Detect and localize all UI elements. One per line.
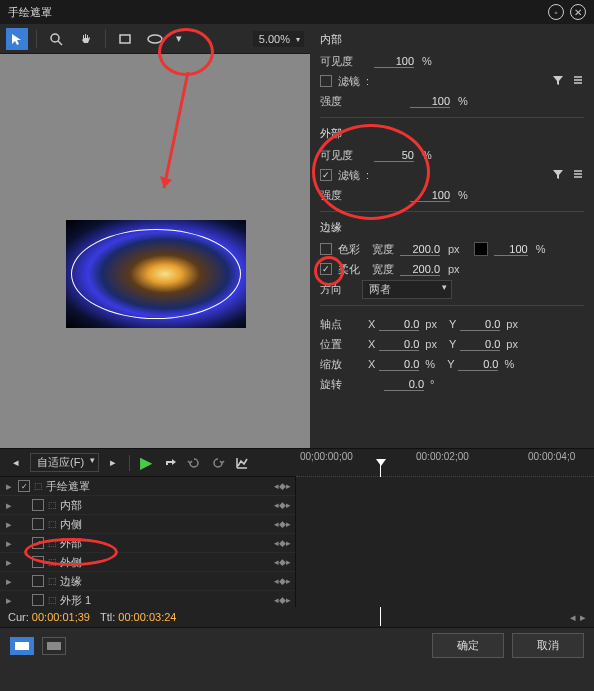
help-button[interactable]: ◦ [548, 4, 564, 20]
add-key[interactable]: ◆ [279, 595, 286, 605]
scale-y-input[interactable] [458, 358, 498, 371]
edge-color-swatch[interactable] [474, 242, 488, 256]
colon: : [366, 169, 369, 181]
rotation-input[interactable] [384, 378, 424, 391]
edge-color-width-input[interactable] [400, 243, 440, 256]
play-button[interactable]: ▶ [136, 453, 156, 473]
zoom-tool[interactable] [45, 28, 67, 50]
link-icon[interactable]: ⬚ [48, 557, 60, 567]
track-check[interactable] [18, 480, 30, 492]
next-frame-button[interactable]: ▸ [103, 453, 123, 473]
track-row[interactable]: ▸⬚内部◂◆▸ [0, 496, 295, 515]
track-check[interactable] [32, 556, 44, 568]
next-key[interactable]: ▸ [286, 519, 291, 529]
close-button[interactable]: ✕ [570, 4, 586, 20]
next-key[interactable]: ▸ [286, 538, 291, 548]
link-icon[interactable]: ⬚ [34, 481, 46, 491]
add-key[interactable]: ◆ [279, 576, 286, 586]
tool-dropdown[interactable]: ▾ [174, 28, 184, 50]
graph-button[interactable] [232, 453, 252, 473]
cancel-button[interactable]: 取消 [512, 633, 584, 658]
expand-icon[interactable]: ▸ [4, 594, 14, 607]
zoom-select[interactable]: 5.00%▾ [253, 31, 304, 47]
hand-tool[interactable] [75, 28, 97, 50]
ok-button[interactable]: 确定 [432, 633, 504, 658]
expand-icon[interactable]: ▸ [4, 480, 14, 493]
prev-frame-button[interactable]: ◂ [6, 453, 26, 473]
expand-icon[interactable]: ▸ [4, 537, 14, 550]
track-row[interactable]: ▸⬚外侧◂◆▸ [0, 553, 295, 572]
add-key[interactable]: ◆ [279, 500, 286, 510]
edge-soften-width-input[interactable] [400, 263, 440, 276]
track-area[interactable] [296, 477, 594, 607]
add-key[interactable]: ◆ [279, 538, 286, 548]
add-key[interactable]: ◆ [279, 557, 286, 567]
timeline-ruler[interactable]: 00;00:00;00 00:00:02;00 00:00:04;0 [296, 449, 594, 477]
track-row[interactable]: ▸⬚外形 1◂◆▸ [0, 591, 295, 607]
expand-icon[interactable]: ▸ [4, 518, 14, 531]
preview-canvas[interactable] [0, 54, 310, 448]
link-icon[interactable]: ⬚ [48, 519, 60, 529]
pos-y-input[interactable] [460, 338, 500, 351]
fit-select[interactable]: 自适应(F) [30, 453, 99, 472]
next-key[interactable]: ▸ [286, 595, 291, 605]
window-title: 手绘遮罩 [8, 5, 52, 20]
track-check[interactable] [32, 594, 44, 606]
expand-icon[interactable]: ▸ [4, 575, 14, 588]
outer-visibility-input[interactable] [374, 149, 414, 162]
pos-x-input[interactable] [379, 338, 419, 351]
list-icon[interactable] [572, 168, 584, 182]
link-icon[interactable]: ⬚ [48, 500, 60, 510]
expand-icon[interactable]: ▸ [4, 499, 14, 512]
edge-color-check[interactable] [320, 243, 332, 255]
scroll-left[interactable]: ◂ [570, 611, 576, 624]
track-check[interactable] [32, 518, 44, 530]
loop-button[interactable] [160, 453, 180, 473]
outer-strength-input[interactable] [410, 189, 450, 202]
scale-x-input[interactable] [379, 358, 419, 371]
pivot-x-input[interactable] [379, 318, 419, 331]
undo-button[interactable] [184, 453, 204, 473]
track-row[interactable]: ▸⬚边缘◂◆▸ [0, 572, 295, 591]
unit-px: px [448, 263, 460, 275]
filter-icon[interactable] [552, 168, 564, 182]
rect-tool[interactable] [114, 28, 136, 50]
track-check[interactable] [32, 575, 44, 587]
scroll-right[interactable]: ▸ [580, 611, 586, 624]
track-row[interactable]: ▸⬚内侧◂◆▸ [0, 515, 295, 534]
add-key[interactable]: ◆ [279, 519, 286, 529]
edge-color-opacity-input[interactable] [494, 243, 528, 256]
link-icon[interactable]: ⬚ [48, 595, 60, 605]
next-key[interactable]: ▸ [286, 557, 291, 567]
next-key[interactable]: ▸ [286, 576, 291, 586]
link-icon[interactable]: ⬚ [48, 538, 60, 548]
inner-visibility-input[interactable] [374, 55, 414, 68]
list-icon[interactable] [572, 74, 584, 88]
add-key[interactable]: ◆ [279, 481, 286, 491]
inner-strength-input[interactable] [410, 95, 450, 108]
next-key[interactable]: ▸ [286, 481, 291, 491]
pivot-y-input[interactable] [460, 318, 500, 331]
expand-icon[interactable]: ▸ [4, 556, 14, 569]
mask-ellipse-outline[interactable] [71, 229, 241, 319]
section-header: 外部 [320, 126, 584, 141]
filter-icon[interactable] [552, 74, 564, 88]
next-key[interactable]: ▸ [286, 500, 291, 510]
track-row[interactable]: ▸⬚手绘遮罩◂◆▸ [0, 477, 295, 496]
track-check[interactable] [32, 499, 44, 511]
redo-button[interactable] [208, 453, 228, 473]
track-name: 内侧 [60, 517, 274, 532]
track-row[interactable]: ▸⬚外部◂◆▸ [0, 534, 295, 553]
select-tool[interactable] [6, 28, 28, 50]
direction-select[interactable]: 两者 [362, 280, 452, 299]
outer-filter-check[interactable] [320, 169, 332, 181]
inner-filter-check[interactable] [320, 75, 332, 87]
tool-toolbar: ▾ 5.00%▾ [0, 24, 310, 54]
view-mode-2[interactable] [42, 637, 66, 655]
track-check[interactable] [32, 537, 44, 549]
view-mode-1[interactable] [10, 637, 34, 655]
edge-soften-check[interactable] [320, 263, 332, 275]
svg-point-0 [51, 34, 59, 42]
ellipse-tool[interactable] [144, 28, 166, 50]
link-icon[interactable]: ⬚ [48, 576, 60, 586]
